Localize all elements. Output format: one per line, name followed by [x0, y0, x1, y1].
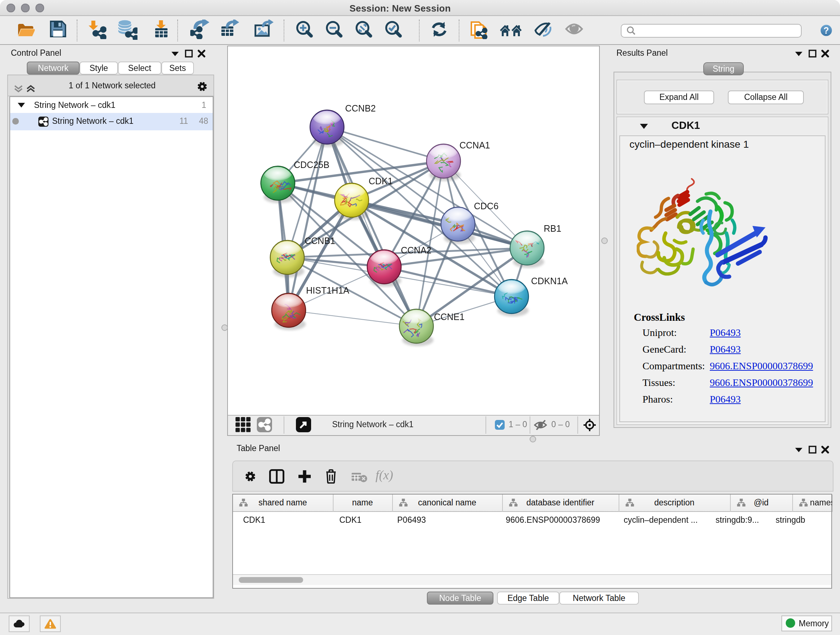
svg-text:CDC6: CDC6 — [474, 201, 498, 211]
svg-text:CCNB1: CCNB1 — [304, 236, 335, 246]
svg-text:HIST1H1A: HIST1H1A — [306, 285, 349, 295]
svg-text:CDK1: CDK1 — [368, 176, 393, 186]
svg-text:?: ? — [823, 25, 829, 35]
svg-text:CCNB2: CCNB2 — [345, 103, 376, 113]
svg-text:RB1: RB1 — [543, 223, 561, 233]
svg-text:CCNA2: CCNA2 — [401, 245, 431, 255]
svg-text:CCNA1: CCNA1 — [459, 140, 490, 150]
svg-text:CDC25B: CDC25B — [294, 160, 329, 170]
svg-text:CDKN1A: CDKN1A — [531, 276, 568, 286]
svg-text:CCNE1: CCNE1 — [433, 312, 464, 322]
